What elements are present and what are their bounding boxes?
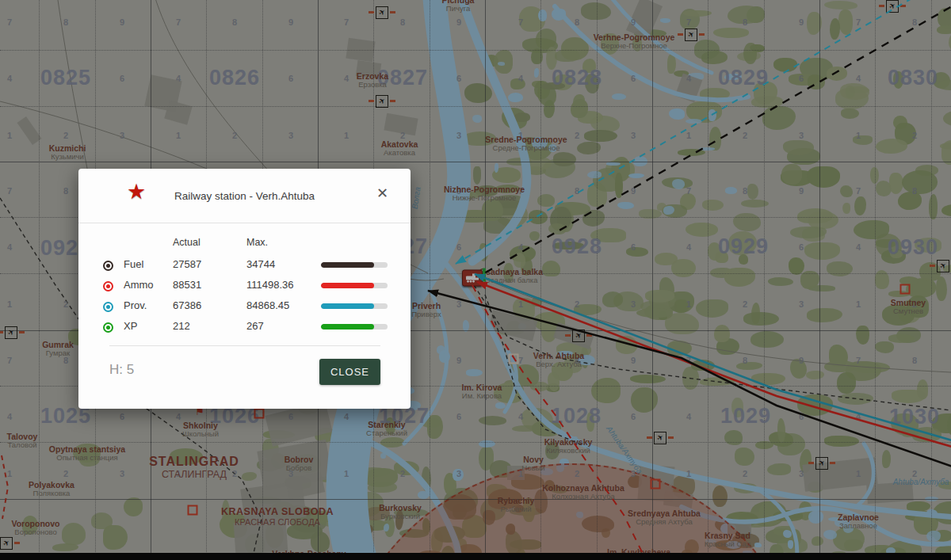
stat-actual-value: 88531 (173, 279, 201, 291)
stat-max-value: 84868.45 (246, 299, 289, 311)
column-header-actual: Actual (173, 237, 201, 248)
stat-progress-bar (321, 303, 388, 309)
stat-label: Fuel (124, 258, 143, 270)
hours-label: H: 5 (109, 362, 134, 378)
xp-radio-icon (103, 322, 113, 333)
ammo-radio-icon (103, 281, 113, 291)
stat-actual-value: 212 (173, 320, 190, 332)
stat-actual-value: 67386 (173, 299, 201, 311)
stat-label: Ammo (124, 279, 154, 291)
stat-progress-bar (321, 324, 388, 330)
stat-max-value: 111498.36 (246, 279, 294, 291)
column-header-max: Max. (246, 237, 268, 248)
stat-label: XP (124, 320, 137, 332)
close-icon[interactable]: ✕ (376, 186, 388, 200)
divider (109, 345, 380, 346)
game-viewport: 0825082608270828082908300925092709280929… (0, 0, 951, 560)
stat-actual-value: 27587 (173, 258, 201, 270)
fuel-radio-icon (103, 261, 113, 271)
stat-label: Prov. (124, 299, 147, 311)
dialog-title: Railway station - Verh.Ahtuba (78, 190, 411, 202)
stats-row-fuel: Fuel2758734744 (78, 258, 411, 276)
stats-row-xp: XP212267 (78, 320, 411, 337)
close-button[interactable]: CLOSE (319, 359, 380, 385)
prov-radio-icon (103, 302, 113, 312)
station-dialog: ★ Railway station - Verh.Ahtuba ✕ Actual… (78, 169, 411, 409)
stats-row-ammo: Ammo88531111498.36 (78, 279, 411, 296)
stat-max-value: 267 (246, 320, 264, 332)
stat-progress-bar (321, 262, 388, 268)
divider (78, 223, 411, 223)
stat-progress-bar (321, 283, 388, 288)
stats-row-prov: Prov.6738684868.45 (78, 299, 411, 317)
stat-max-value: 34744 (246, 258, 275, 270)
